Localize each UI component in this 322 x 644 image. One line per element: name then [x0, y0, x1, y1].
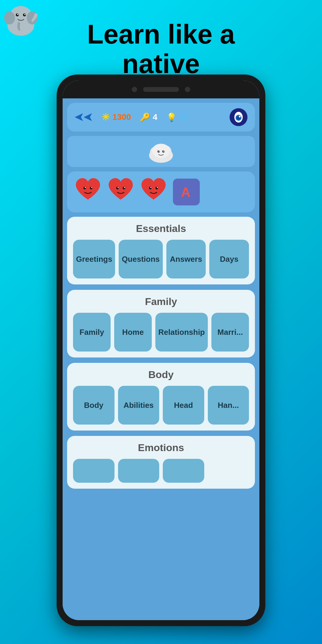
svg-point-5: [23, 13, 26, 16]
svg-point-17: [157, 150, 160, 153]
svg-point-20: [163, 151, 164, 151]
svg-point-23: [85, 187, 86, 188]
svg-point-2: [4, 11, 15, 24]
svg-point-4: [16, 13, 19, 16]
card-answers[interactable]: Answers: [166, 240, 206, 278]
sun-icon: ☀: [101, 112, 110, 123]
camera-bar: [63, 80, 259, 98]
svg-point-29: [149, 187, 152, 189]
svg-point-31: [150, 187, 151, 188]
mascot-elephant: [3, 3, 39, 36]
card-feelings[interactable]: [118, 459, 160, 483]
speaker: [143, 87, 179, 92]
essentials-title: Essentials: [73, 223, 249, 234]
card-emotions[interactable]: [73, 459, 114, 483]
card-head[interactable]: Head: [163, 386, 204, 425]
body-grid: Body Abilities Head Han...: [73, 386, 249, 425]
svg-point-22: [90, 187, 92, 189]
emotions-title: Emotions: [73, 442, 249, 453]
card-family[interactable]: Family: [73, 313, 111, 352]
family-title: Family: [73, 296, 249, 307]
lives-bar: A: [67, 171, 255, 212]
emotions-section: Emotions: [67, 436, 255, 489]
card-marriage[interactable]: Marri...: [211, 313, 249, 352]
family-grid: Family Home Relationship Marri...: [73, 313, 249, 352]
svg-point-26: [123, 187, 125, 189]
card-questions[interactable]: Questions: [119, 240, 162, 278]
essentials-section: Essentials Greetings Questions Answers D…: [67, 217, 255, 284]
svg-point-7: [24, 14, 26, 15]
heart-3: [140, 177, 167, 207]
card-days[interactable]: Days: [209, 240, 249, 278]
body-title: Body: [73, 369, 249, 380]
app-content: ➤➤ ☀ 1300 🔑 4 💡 10: [63, 98, 259, 620]
phone-screen: ➤➤ ☀ 1300 🔑 4 💡 10: [63, 80, 259, 620]
card-greetings[interactable]: Greetings: [73, 240, 115, 278]
cloud-mascot: [70, 139, 252, 164]
svg-point-30: [155, 187, 158, 189]
svg-point-6: [17, 14, 18, 15]
svg-point-24: [91, 187, 92, 188]
bulb-count: 10: [179, 112, 188, 122]
letter-a-box[interactable]: A: [173, 179, 200, 205]
camera-dot-left: [132, 87, 137, 92]
key-stat: 🔑 4: [140, 112, 157, 122]
camera-dot-right: [185, 87, 190, 92]
svg-point-32: [157, 187, 158, 188]
heart-2: [107, 177, 134, 207]
family-section: Family Family Home Relationship Marri...: [67, 290, 255, 357]
svg-point-21: [83, 187, 86, 189]
stats-bar: ➤➤ ☀ 1300 🔑 4 💡 10: [67, 103, 255, 131]
svg-point-27: [117, 187, 119, 188]
card-states[interactable]: [163, 459, 204, 483]
card-abilities[interactable]: Abilities: [118, 386, 160, 425]
card-relationship[interactable]: Relationship: [155, 313, 208, 352]
sun-stat: ☀ 1300: [101, 112, 131, 123]
emotions-grid: [73, 459, 249, 483]
body-section: Body Body Abilities Head Han...: [67, 363, 255, 431]
back-arrow-icon[interactable]: ➤➤: [75, 111, 92, 123]
key-icon: 🔑: [140, 112, 150, 122]
key-count: 4: [153, 112, 157, 122]
svg-point-28: [124, 187, 125, 188]
essentials-grid: Greetings Questions Answers Days: [73, 240, 249, 278]
phone-frame: ➤➤ ☀ 1300 🔑 4 💡 10: [57, 75, 265, 626]
svg-text:A: A: [181, 185, 191, 199]
card-body[interactable]: Body: [73, 386, 114, 425]
card-hands[interactable]: Han...: [208, 386, 249, 425]
heart-1: [75, 177, 101, 207]
eye-icon[interactable]: [230, 108, 247, 126]
sun-count: 1300: [112, 112, 131, 122]
headline: Learn like a native: [87, 20, 235, 79]
bulb-icon: 💡: [166, 112, 177, 122]
svg-point-25: [116, 187, 119, 189]
card-home[interactable]: Home: [114, 313, 152, 352]
svg-point-12: [239, 116, 241, 117]
svg-point-19: [159, 151, 160, 151]
svg-point-16: [152, 144, 170, 158]
svg-point-18: [162, 150, 165, 153]
bulb-stat: 💡 10: [166, 112, 188, 122]
